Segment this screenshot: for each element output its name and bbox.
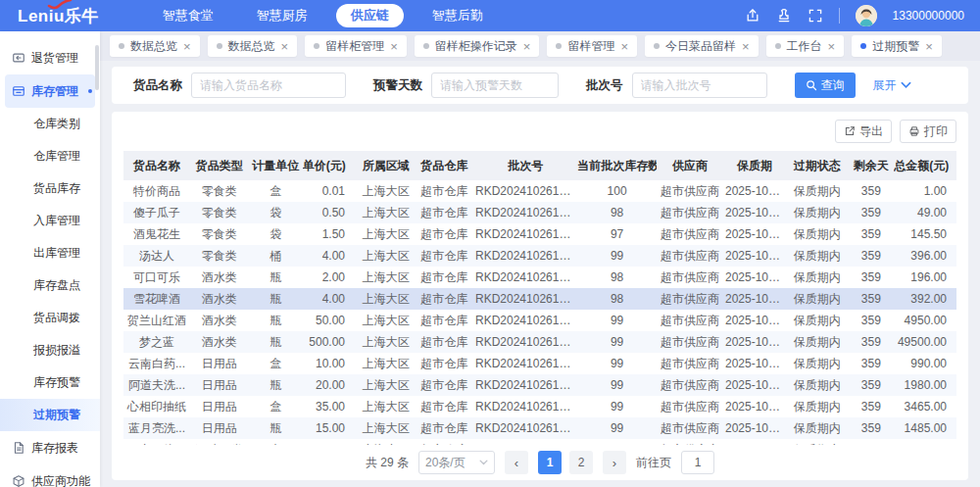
export-button[interactable]: 导出 — [835, 120, 892, 143]
tab-工作台[interactable]: 工作台× — [766, 35, 845, 57]
nav-item[interactable]: 智慧厨房 — [242, 4, 322, 27]
sidebar-scrollbar[interactable] — [95, 45, 99, 90]
sidebar-item-库存盘点[interactable]: 库存盘点 — [0, 269, 100, 302]
column-header: 货品类型 — [190, 151, 249, 180]
table-row[interactable]: 心相印抽纸日用品盒35.00上海大区超市仓库RKD202410261660019… — [123, 396, 956, 417]
sidebar-item-入库管理[interactable]: 入库管理 — [0, 205, 100, 237]
search-button[interactable]: 查询 — [795, 73, 856, 98]
filter-group: 批次号 — [586, 73, 767, 98]
avatar[interactable] — [856, 5, 877, 26]
return-icon — [12, 51, 25, 65]
sidebar-item-货品库存[interactable]: 货品库存 — [0, 172, 100, 205]
nav-item[interactable]: 智慧后勤 — [417, 4, 498, 27]
close-icon[interactable]: × — [390, 40, 398, 53]
chevron-down-icon — [479, 460, 488, 465]
user-phone[interactable]: 13300000000 — [893, 9, 964, 23]
tab-dot — [775, 43, 781, 49]
expand-link[interactable]: 展开 — [873, 77, 911, 94]
close-icon[interactable]: × — [828, 40, 836, 53]
goto-page-label: 前往页 — [636, 455, 671, 471]
sidebar-item-供应商功能[interactable]: 供应商功能 — [0, 464, 100, 487]
table-row[interactable]: 阿道夫洗...日用品瓶20.00上海大区超市仓库RKD2024102616600… — [123, 374, 956, 396]
goto-page-input[interactable] — [681, 451, 714, 474]
column-header: 所属区域 — [357, 151, 416, 180]
table-row[interactable]: 酒鬼花生零食类袋1.50上海大区超市仓库RKD2024102616600197超… — [123, 223, 956, 245]
page-number-1[interactable]: 1 — [538, 451, 562, 474]
table-row[interactable]: 特价商品零食类盒0.01上海大区超市仓库RKD20241026166001100… — [123, 180, 956, 202]
close-icon[interactable]: × — [742, 40, 750, 53]
printer-icon — [908, 125, 920, 137]
tab-dot — [860, 43, 866, 49]
column-header: 总金额(元) — [894, 151, 956, 180]
sidebar-item-出库管理[interactable]: 出库管理 — [0, 237, 100, 269]
topbar-divider — [839, 8, 840, 24]
share-icon[interactable] — [745, 8, 760, 24]
tab-过期预警[interactable]: 过期预警× — [852, 35, 942, 57]
sidebar-item-货品调拨[interactable]: 货品调拨 — [0, 302, 100, 334]
table-row[interactable]: 蓝月亮洗...日用品瓶15.00上海大区超市仓库RKD2024102616600… — [123, 417, 956, 439]
filter-label: 预警天数 — [373, 77, 422, 94]
column-header: 货品名称 — [123, 151, 190, 180]
export-icon — [844, 125, 856, 137]
column-header: 货品仓库 — [416, 151, 474, 180]
sidebar-item-退货管理[interactable]: 退货管理 — [0, 41, 100, 74]
tab-留样柜管理[interactable]: 留样柜管理× — [305, 35, 407, 57]
filter-input-货品名称[interactable] — [191, 73, 346, 98]
close-icon[interactable]: × — [281, 40, 289, 53]
sidebar-item-库存预警[interactable]: 库存预警 — [0, 366, 100, 399]
close-icon[interactable]: × — [925, 40, 933, 53]
table-row[interactable]: 梦之蓝酒水类瓶500.00上海大区超市仓库RKD2024102616600199… — [123, 331, 956, 353]
topbar-right: 13300000000 — [745, 5, 964, 26]
tab-今日菜品留样[interactable]: 今日菜品留样× — [645, 35, 759, 57]
table-card: 导出 打印 — [112, 112, 968, 480]
sidebar-item-库存管理[interactable]: 库存管理 — [5, 74, 95, 108]
tab-留样管理[interactable]: 留样管理× — [547, 35, 637, 57]
report-icon — [12, 441, 25, 455]
tab-dot — [654, 43, 660, 49]
table-row[interactable]: 贺兰山红酒酒水类瓶50.00上海大区超市仓库RKD202410261660019… — [123, 310, 956, 331]
page-number-2[interactable]: 2 — [569, 451, 593, 474]
sidebar-item-过期预警[interactable]: 过期预警 — [0, 399, 100, 431]
column-header: 保质期 — [723, 151, 786, 180]
close-icon[interactable]: × — [523, 40, 531, 53]
column-header: 单价(元) — [303, 151, 357, 180]
chevron-down-icon — [901, 81, 911, 89]
filter-input-批次号[interactable] — [632, 73, 767, 98]
sidebar-item-仓库类别[interactable]: 仓库类别 — [0, 108, 100, 140]
table-row[interactable]: 云南白药...日用品盒10.00上海大区超市仓库RKD2024102616600… — [123, 353, 956, 374]
tab-数据总览[interactable]: 数据总览× — [110, 35, 200, 57]
tab-留样柜操作记录[interactable]: 留样柜操作记录× — [415, 35, 540, 57]
fullscreen-icon[interactable] — [808, 8, 823, 24]
sidebar-item-库存报表[interactable]: 库存报表 — [0, 431, 100, 464]
tab-dot — [119, 43, 124, 49]
filter-group: 预警天数 — [373, 73, 559, 98]
filter-input-预警天数[interactable] — [431, 73, 559, 98]
table-row[interactable]: 可口可乐酒水类瓶2.00上海大区超市仓库RKD2024102616600198超… — [123, 267, 956, 288]
table-row[interactable]: 傻子瓜子零食类袋0.50上海大区超市仓库RKD2024102616600198超… — [123, 202, 956, 223]
filter-group: 货品名称 — [133, 73, 346, 98]
column-header: 供应商 — [657, 151, 723, 180]
topbar: Leniu乐牛 智慧食堂智慧厨房供应链智慧后勤 — [0, 0, 980, 31]
sidebar-item-仓库管理[interactable]: 仓库管理 — [0, 140, 100, 172]
close-icon[interactable]: × — [620, 40, 628, 53]
tab-dot — [314, 43, 319, 49]
stamp-icon[interactable] — [776, 8, 792, 24]
total-count: 共 29 条 — [366, 455, 409, 471]
table-row[interactable]: 汤达人零食类桶4.00上海大区超市仓库RKD2024102616600199超市… — [123, 245, 956, 267]
filter-bar: 货品名称预警天数批次号 查询 展开 — [112, 67, 968, 104]
print-button[interactable]: 打印 — [900, 120, 956, 143]
next-page-button[interactable]: › — [603, 451, 626, 474]
nav-item[interactable]: 供应链 — [336, 4, 404, 27]
tab-dot — [423, 43, 429, 49]
prev-page-button[interactable]: ‹ — [505, 451, 528, 474]
supplier-icon — [12, 474, 25, 487]
tab-数据总览[interactable]: 数据总览× — [208, 35, 298, 57]
nav-item[interactable]: 智慧食堂 — [148, 4, 228, 27]
tab-dot — [556, 43, 562, 49]
page-size-select[interactable]: 20条/页 — [418, 451, 495, 474]
sidebar-item-报损报溢[interactable]: 报损报溢 — [0, 334, 100, 366]
close-icon[interactable]: × — [183, 40, 191, 53]
search-icon — [806, 79, 817, 91]
sidebar: 退货管理库存管理仓库类别仓库管理货品库存入库管理出库管理库存盘点货品调拨报损报溢… — [0, 31, 100, 487]
table-row[interactable]: 雪花啤酒酒水类瓶4.00上海大区超市仓库RKD2024102616600198超… — [123, 288, 956, 310]
